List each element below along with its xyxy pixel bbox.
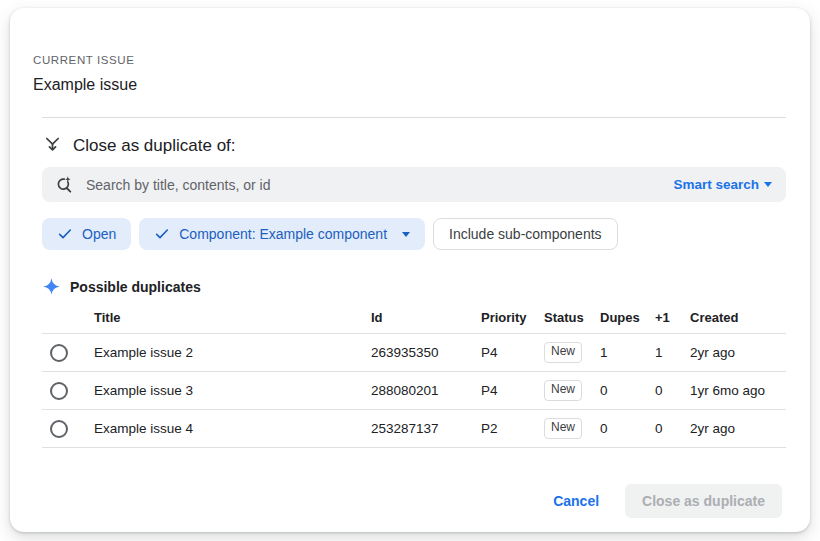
- cell-created: 1yr 6mo ago: [690, 383, 786, 398]
- status-badge: New: [544, 380, 582, 401]
- duplicate-search-bar[interactable]: Smart search: [42, 167, 786, 202]
- dialog-footer: Cancel Close as duplicate: [33, 484, 786, 518]
- possible-duplicates-heading: Possible duplicates: [42, 277, 786, 296]
- column-header-created: Created: [690, 310, 786, 325]
- cell-dupes: 0: [600, 383, 655, 398]
- cell-dupes: 1: [600, 345, 655, 360]
- cell-title: Example issue 2: [94, 345, 371, 360]
- column-header-title: Title: [94, 310, 371, 325]
- row-radio-button[interactable]: [50, 382, 68, 400]
- status-badge: New: [544, 342, 582, 363]
- table-row[interactable]: Example issue 2 263935350 P4 New 1 1 2yr…: [42, 334, 786, 372]
- cell-priority: P4: [481, 383, 544, 398]
- cell-priority: P2: [481, 421, 544, 436]
- table-header-row: Title Id Priority Status Dupes +1 Create…: [42, 302, 786, 334]
- cell-created: 2yr ago: [690, 421, 786, 436]
- cell-plus-one: 1: [655, 345, 690, 360]
- column-header-id: Id: [371, 310, 481, 325]
- close-as-duplicate-dialog: CURRENT ISSUE Example issue Close as dup…: [10, 8, 810, 532]
- column-header-dupes: Dupes: [600, 310, 655, 325]
- cell-priority: P4: [481, 345, 544, 360]
- merge-icon: [42, 135, 63, 156]
- filter-chips-row: Open Component: Example component Includ…: [42, 218, 786, 250]
- row-radio-button[interactable]: [50, 344, 68, 362]
- cell-created: 2yr ago: [690, 345, 786, 360]
- section-title: Close as duplicate of:: [73, 136, 236, 156]
- filter-chip-include-subcomponents-label: Include sub-components: [449, 226, 602, 242]
- section-heading: Close as duplicate of:: [42, 135, 786, 156]
- status-badge: New: [544, 418, 582, 439]
- column-header-status: Status: [544, 310, 600, 325]
- current-issue-label: CURRENT ISSUE: [33, 54, 786, 66]
- filter-chip-component[interactable]: Component: Example component: [139, 218, 425, 250]
- smart-search-label: Smart search: [673, 177, 759, 192]
- row-radio-button[interactable]: [50, 420, 68, 438]
- cell-id: 288080201: [371, 383, 481, 398]
- divider: [42, 117, 786, 118]
- duplicates-table: Title Id Priority Status Dupes +1 Create…: [42, 302, 786, 448]
- column-header-priority: Priority: [481, 310, 544, 325]
- cell-plus-one: 0: [655, 383, 690, 398]
- cell-id: 263935350: [371, 345, 481, 360]
- close-as-duplicate-button[interactable]: Close as duplicate: [625, 484, 782, 518]
- filter-chip-component-label: Component: Example component: [179, 226, 387, 242]
- cell-title: Example issue 3: [94, 383, 371, 398]
- table-row[interactable]: Example issue 4 253287137 P2 New 0 0 2yr…: [42, 410, 786, 448]
- filter-chip-include-subcomponents[interactable]: Include sub-components: [433, 218, 618, 250]
- table-row[interactable]: Example issue 3 288080201 P4 New 0 0 1yr…: [42, 372, 786, 410]
- current-issue-title: Example issue: [33, 76, 786, 94]
- sparkle-icon: [42, 277, 61, 296]
- cell-id: 253287137: [371, 421, 481, 436]
- filter-chip-open-label: Open: [82, 226, 116, 242]
- chevron-down-icon: [764, 182, 772, 187]
- possible-duplicates-title: Possible duplicates: [70, 279, 201, 295]
- check-icon: [57, 226, 73, 242]
- check-icon: [154, 226, 170, 242]
- smart-search-toggle[interactable]: Smart search: [673, 177, 772, 192]
- chevron-down-icon: [402, 232, 410, 237]
- smart-search-icon: [54, 175, 74, 195]
- cell-plus-one: 0: [655, 421, 690, 436]
- column-header-plus-one: +1: [655, 310, 690, 325]
- search-input[interactable]: [86, 177, 673, 193]
- cell-dupes: 0: [600, 421, 655, 436]
- filter-chip-open[interactable]: Open: [42, 218, 131, 250]
- cell-title: Example issue 4: [94, 421, 371, 436]
- cancel-button[interactable]: Cancel: [553, 493, 599, 509]
